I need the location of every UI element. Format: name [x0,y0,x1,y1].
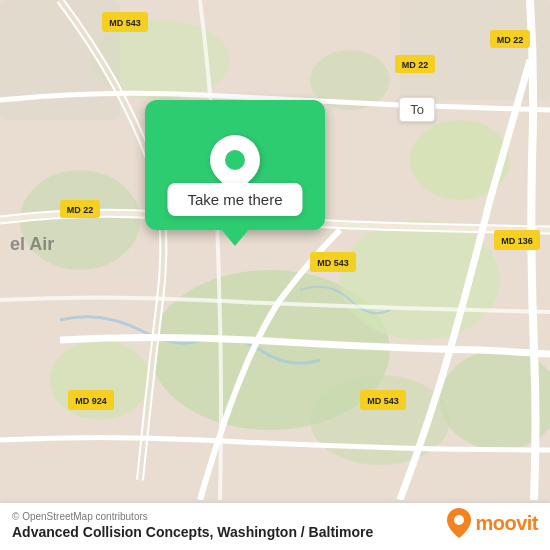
svg-point-2 [340,220,500,340]
map-background: MD 543 MD 22 MD 22 MD 543 MD 136 MD 924 … [0,0,550,500]
svg-text:MD 22: MD 22 [402,60,429,70]
bottom-bar: © OpenStreetMap contributors Advanced Co… [0,503,550,550]
svg-text:MD 22: MD 22 [497,35,524,45]
svg-text:el Air: el Air [10,234,54,254]
moovit-text: moovit [475,512,538,535]
map-popup: Take me there [145,100,325,248]
svg-text:MD 924: MD 924 [75,396,107,406]
take-me-there-button[interactable]: Take me there [167,183,302,216]
svg-text:MD 543: MD 543 [317,258,349,268]
popup-card: Take me there [145,100,325,230]
svg-point-29 [454,515,464,525]
svg-text:MD 136: MD 136 [501,236,533,246]
map-container: MD 543 MD 22 MD 22 MD 543 MD 136 MD 924 … [0,0,550,550]
svg-text:MD 543: MD 543 [367,396,399,406]
popup-tail [220,228,250,246]
to-label: To [399,97,435,122]
moovit-logo: moovit [447,508,538,538]
svg-text:MD 543: MD 543 [109,18,141,28]
moovit-pin-icon [447,508,471,538]
svg-text:MD 22: MD 22 [67,205,94,215]
